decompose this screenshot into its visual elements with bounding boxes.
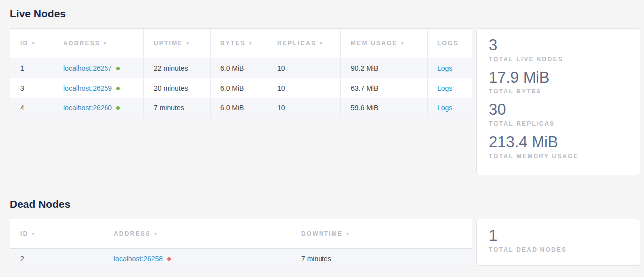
stat-label: TOTAL DEAD NODES [489,246,628,253]
node-id-cell: 1 [10,58,53,78]
node-bytes-cell: 6.0 MiB [210,58,267,78]
sort-arrow-icon: ▾ [320,41,322,46]
summary-stat: 1 TOTAL DEAD NODES [489,227,628,253]
node-mem-usage-cell: 90.2 MiB [340,58,427,78]
sort-arrow-icon: ▾ [32,41,34,46]
sort-arrow-icon: ▾ [249,41,252,46]
node-address-cell: localhost:26258 [104,249,291,269]
column-header-label: DOWNTIME [301,230,343,237]
live-nodes-header-row: ID▾ ADDRESS▾ UPTIME▾ BYTES▾ REPLICAS▾ ME… [10,29,472,58]
node-id-cell: 4 [10,98,53,118]
node-id-cell: 2 [10,249,104,269]
column-header-label: LOGS [437,40,459,47]
column-header-address[interactable]: ADDRESS▾ [104,219,291,249]
node-id-cell: 3 [10,78,53,98]
stat-label: TOTAL LIVE NODES [489,56,628,63]
stat-value: 17.9 MiB [489,69,628,87]
column-header-label: ADDRESS [114,230,151,237]
node-logs-cell: Logs [427,58,472,78]
column-header-label: BYTES [220,40,246,47]
live-status-icon [116,67,120,70]
live-status-icon [116,106,120,110]
sort-arrow-icon: ▾ [187,41,189,46]
summary-stat: 30 TOTAL REPLICAS [489,101,628,127]
column-header-downtime[interactable]: DOWNTIME▾ [291,219,472,249]
logs-link[interactable]: Logs [437,104,452,112]
live-nodes-table: ID▾ ADDRESS▾ UPTIME▾ BYTES▾ REPLICAS▾ ME… [10,28,472,118]
live-node-row: 1 localhost:26257 22 minutes 6.0 MiB 10 … [10,58,472,78]
summary-stat: 213.4 MiB TOTAL MEMORY USAGE [489,133,628,160]
node-uptime-cell: 7 minutes [143,98,210,118]
column-header-uptime[interactable]: UPTIME▾ [143,29,210,58]
dead-nodes-table: ID▾ ADDRESS▾ DOWNTIME▾ 2 localhost:26258… [10,219,472,269]
node-logs-cell: Logs [427,98,472,118]
dead-status-icon [167,257,171,261]
sort-arrow-icon: ▾ [104,41,106,46]
stat-value: 213.4 MiB [489,133,628,151]
live-nodes-summary-card: 3 TOTAL LIVE NODES 17.9 MiB TOTAL BYTES … [476,28,640,175]
node-replicas-cell: 10 [267,98,340,118]
node-mem-usage-cell: 59.6 MiB [340,98,427,118]
node-logs-cell: Logs [427,78,472,98]
node-address-link[interactable]: localhost:26258 [114,255,163,263]
column-header-id[interactable]: ID▾ [10,219,104,249]
summary-stat: 17.9 MiB TOTAL BYTES [489,69,628,95]
node-bytes-cell: 6.0 MiB [210,78,267,98]
sort-arrow-icon: ▾ [346,231,349,236]
node-address-link[interactable]: localhost:26257 [63,64,112,72]
column-header-address[interactable]: ADDRESS▾ [53,29,143,58]
live-nodes-title: Live Nodes [10,7,640,20]
column-header-label: UPTIME [154,40,183,47]
cluster-nodes-page: Live Nodes ID▾ ADDRESS▾ UPTIME▾ BYTES▾ R… [0,0,644,277]
column-header-id[interactable]: ID▾ [10,29,53,58]
dead-nodes-header-row: ID▾ ADDRESS▾ DOWNTIME▾ [10,219,472,249]
stat-value: 1 [489,227,628,245]
column-header-bytes[interactable]: BYTES▾ [210,29,267,58]
logs-link[interactable]: Logs [437,64,452,72]
column-header-replicas[interactable]: REPLICAS▾ [267,29,340,58]
node-uptime-cell: 22 minutes [143,58,210,78]
stat-value: 30 [489,101,628,119]
node-address-link[interactable]: localhost:26259 [63,84,112,92]
live-nodes-section: Live Nodes ID▾ ADDRESS▾ UPTIME▾ BYTES▾ R… [10,7,640,175]
column-header-label: MEM USAGE [351,40,398,47]
column-header-label: ID [20,40,28,47]
stat-label: TOTAL REPLICAS [489,120,628,127]
node-address-cell: localhost:26257 [53,58,143,78]
node-mem-usage-cell: 63.7 MiB [340,78,427,98]
column-header-label: REPLICAS [277,40,316,47]
node-replicas-cell: 10 [267,78,340,98]
summary-stat: 3 TOTAL LIVE NODES [489,36,628,63]
node-replicas-cell: 10 [267,58,340,78]
node-address-cell: localhost:26259 [53,78,143,98]
node-bytes-cell: 6.0 MiB [210,98,267,118]
node-downtime-cell: 7 minutes [291,249,472,269]
dead-nodes-section: Dead Nodes ID▾ ADDRESS▾ DOWNTIME▾ 2 lo [10,198,640,269]
sort-arrow-icon: ▾ [32,231,34,236]
node-address-link[interactable]: localhost:26260 [63,104,112,112]
logs-link[interactable]: Logs [437,84,452,92]
column-header-logs: LOGS [427,29,472,58]
sort-arrow-icon: ▾ [154,231,157,236]
column-header-mem-usage[interactable]: MEM USAGE▾ [340,29,427,58]
live-node-row: 3 localhost:26259 20 minutes 6.0 MiB 10 … [10,78,472,98]
sort-arrow-icon: ▾ [401,41,404,46]
dead-node-row: 2 localhost:26258 7 minutes [10,249,472,269]
dead-nodes-summary-card: 1 TOTAL DEAD NODES [476,219,640,266]
column-header-label: ID [20,230,28,237]
node-uptime-cell: 20 minutes [143,78,210,98]
column-header-label: ADDRESS [63,40,100,47]
live-status-icon [116,87,120,90]
stat-label: TOTAL MEMORY USAGE [489,153,628,160]
stat-label: TOTAL BYTES [489,88,628,95]
stat-value: 3 [489,36,628,54]
node-address-cell: localhost:26260 [53,98,143,118]
dead-nodes-title: Dead Nodes [10,198,640,210]
live-node-row: 4 localhost:26260 7 minutes 6.0 MiB 10 5… [10,98,472,118]
